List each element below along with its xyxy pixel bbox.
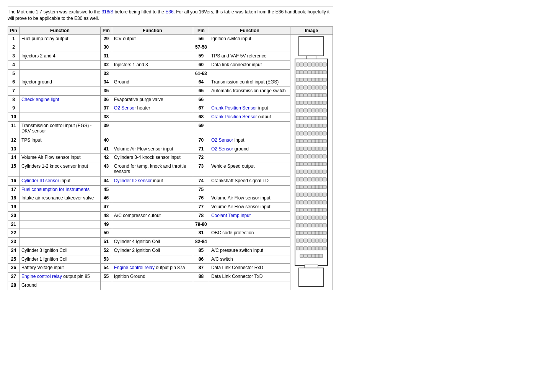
table-row: 1341Volume Air Flow sensor input71O2 Sen… bbox=[8, 145, 333, 154]
svg-rect-148 bbox=[323, 193, 326, 196]
svg-rect-105 bbox=[311, 155, 315, 158]
svg-rect-61 bbox=[296, 116, 300, 120]
svg-rect-166 bbox=[300, 216, 303, 219]
svg-rect-158 bbox=[300, 208, 303, 212]
svg-rect-150 bbox=[300, 201, 303, 204]
svg-rect-71 bbox=[304, 124, 307, 127]
svg-rect-156 bbox=[323, 201, 326, 204]
svg-rect-125 bbox=[296, 178, 300, 181]
svg-rect-55 bbox=[304, 109, 307, 112]
pin-number-2: 36 bbox=[100, 95, 112, 104]
svg-rect-203 bbox=[319, 247, 323, 250]
table-cell: Volume Air Flow sensor input bbox=[112, 145, 193, 154]
svg-rect-146 bbox=[315, 193, 319, 196]
link-e36[interactable]: E36 bbox=[165, 9, 173, 15]
table-cell bbox=[19, 211, 100, 220]
table-cell: Cylinder ID sensor input bbox=[112, 176, 193, 185]
pin-number-3: 76 bbox=[193, 194, 209, 203]
table-cell: Cylinder ID sensor input bbox=[19, 176, 100, 185]
table-cell: ICV output bbox=[112, 34, 193, 43]
svg-rect-193 bbox=[311, 239, 315, 242]
pin-number-1: 4 bbox=[8, 60, 20, 69]
pin-number-3 bbox=[193, 281, 209, 290]
svg-rect-65 bbox=[311, 116, 315, 120]
table-cell: Ignition switch input bbox=[209, 34, 290, 43]
svg-rect-124 bbox=[323, 170, 326, 173]
svg-rect-207 bbox=[308, 254, 311, 258]
svg-rect-76 bbox=[323, 124, 326, 127]
svg-rect-188 bbox=[323, 231, 326, 235]
pin-number-1: 25 bbox=[8, 255, 20, 264]
svg-rect-151 bbox=[304, 201, 307, 204]
pin-number-3: 71 bbox=[193, 145, 209, 154]
table-cell: Volume Air Flow sensor input bbox=[209, 203, 290, 212]
pin-number-2: 43 bbox=[100, 162, 112, 177]
table-cell: Cylinder 3 Ignition Coil bbox=[19, 246, 100, 255]
svg-rect-177 bbox=[311, 224, 315, 227]
svg-rect-18 bbox=[315, 70, 319, 74]
link-318is[interactable]: 318iS bbox=[101, 9, 113, 15]
svg-rect-178 bbox=[315, 224, 319, 227]
svg-rect-1 bbox=[306, 56, 316, 59]
svg-rect-26 bbox=[315, 78, 319, 82]
svg-rect-73 bbox=[311, 124, 315, 127]
table-cell: Injectors 2 and 4 bbox=[19, 52, 100, 61]
pin-number-3: 72 bbox=[193, 154, 209, 162]
table-cell: Ground for temp, knock and throttle sens… bbox=[112, 162, 193, 177]
svg-rect-106 bbox=[315, 155, 319, 158]
svg-rect-144 bbox=[308, 193, 311, 196]
table-row: 1Fuel pump relay output29ICV output56Ign… bbox=[8, 34, 333, 43]
table-cell: Coolant Temp input bbox=[209, 211, 290, 220]
svg-rect-74 bbox=[315, 124, 319, 127]
table-cell bbox=[112, 113, 193, 122]
svg-rect-184 bbox=[308, 231, 311, 235]
svg-rect-134 bbox=[300, 185, 303, 189]
svg-rect-135 bbox=[304, 185, 307, 189]
pin-number-1: 1 bbox=[8, 34, 20, 43]
svg-rect-14 bbox=[300, 70, 303, 74]
svg-rect-46 bbox=[300, 101, 303, 105]
svg-rect-204 bbox=[323, 247, 326, 250]
table-cell: Cylinder 2 Ignition Coil bbox=[112, 246, 193, 255]
svg-rect-23 bbox=[304, 78, 307, 82]
table-row: 6Injector ground34Ground64Transmission c… bbox=[8, 78, 333, 87]
svg-rect-173 bbox=[296, 224, 300, 227]
table-cell: Ground bbox=[19, 281, 100, 290]
pin-number-1: 21 bbox=[8, 220, 20, 229]
svg-rect-185 bbox=[311, 231, 315, 235]
pin-number-3: 56 bbox=[193, 34, 209, 43]
svg-rect-7 bbox=[304, 63, 307, 66]
svg-rect-205 bbox=[300, 254, 303, 258]
pin-number-2: 50 bbox=[100, 229, 112, 238]
table-row: 53361-63 bbox=[8, 69, 333, 78]
pin-number-2: 48 bbox=[100, 211, 112, 220]
svg-rect-122 bbox=[315, 170, 319, 173]
svg-rect-53 bbox=[296, 109, 300, 112]
svg-rect-51 bbox=[319, 101, 323, 105]
table-cell: Data Link Connector RxD bbox=[209, 264, 290, 273]
svg-rect-123 bbox=[319, 170, 323, 173]
table-cell bbox=[209, 220, 290, 229]
table-cell bbox=[19, 69, 100, 78]
pin-number-3: 73 bbox=[193, 162, 209, 177]
table-cell bbox=[19, 220, 100, 229]
svg-rect-169 bbox=[311, 216, 315, 219]
svg-rect-28 bbox=[323, 78, 326, 82]
page-description: The Motronic 1.7 system was exclusive to… bbox=[8, 9, 333, 22]
table-cell: Data Link Connector TxD bbox=[209, 273, 290, 281]
svg-rect-24 bbox=[308, 78, 311, 82]
svg-rect-58 bbox=[315, 109, 319, 112]
pin-number-3: 74 bbox=[193, 176, 209, 185]
pin-number-2: 38 bbox=[100, 113, 112, 122]
table-cell bbox=[209, 154, 290, 162]
pin-number-3: 68 bbox=[193, 113, 209, 122]
table-cell bbox=[112, 203, 193, 212]
table-cell bbox=[19, 104, 100, 113]
svg-rect-5 bbox=[296, 63, 300, 66]
table-cell: Engine control relay output pin 85 bbox=[19, 273, 100, 281]
svg-rect-141 bbox=[296, 193, 300, 196]
svg-rect-109 bbox=[296, 162, 300, 166]
pin-number-1: 26 bbox=[8, 264, 20, 273]
pin-number-1: 17 bbox=[8, 185, 20, 194]
svg-rect-95 bbox=[304, 147, 307, 150]
